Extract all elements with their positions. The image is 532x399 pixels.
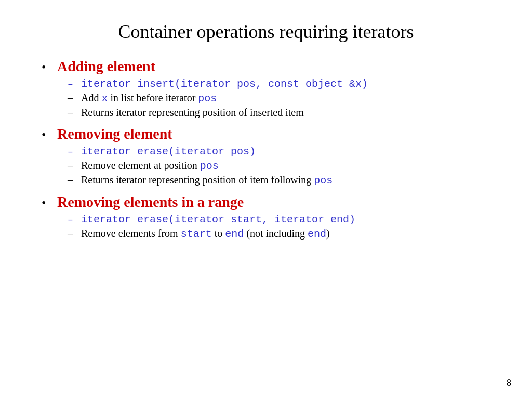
code-insert: – iterator insert(iterator pos, const ob…	[68, 78, 501, 90]
code-erase: – iterator erase(iterator pos)	[68, 145, 501, 157]
code-start: start	[181, 228, 212, 240]
code-end-2: end	[308, 228, 326, 240]
bullet-removing-range-header: • Removing elements in a range	[42, 194, 501, 210]
bullet-label-range: Removing elements in a range	[57, 194, 244, 210]
code-pos-3: pos	[314, 175, 332, 187]
sub-dash-5: –	[68, 228, 77, 240]
sub-items-adding: – Add x in list before iterator pos – Re…	[68, 92, 501, 118]
sub-item-remove-pos: – Remove element at position pos	[68, 159, 501, 172]
remove-text-1: Remove element at position pos	[81, 159, 219, 172]
sub-dash-2: –	[68, 107, 77, 118]
bullet-label-removing: Removing element	[57, 126, 172, 142]
content-area: • Adding element – iterator insert(itera…	[31, 58, 501, 240]
bullet-adding: • Adding element – iterator insert(itera…	[42, 58, 501, 118]
code-pos-1: pos	[198, 92, 217, 104]
range-text: Remove elements from start to end (not i…	[81, 228, 330, 240]
code-insert-text: iterator insert(iterator pos, const obje…	[81, 78, 368, 90]
code-dash-1: –	[68, 79, 77, 89]
sub-dash-4: –	[68, 174, 77, 186]
returns-text-1: Returns iterator representing position o…	[81, 107, 304, 118]
bullet-removing-range: • Removing elements in a range – iterato…	[42, 194, 501, 240]
code-erase-range: – iterator erase(iterator start, iterato…	[68, 214, 501, 225]
returns-text-2: Returns iterator representing position o…	[81, 174, 332, 187]
sub-items-range: – Remove elements from start to end (not…	[68, 228, 501, 240]
bullet-label-adding: Adding element	[57, 58, 155, 75]
sub-item-returns-1: – Returns iterator representing position…	[68, 107, 501, 118]
slide-title: Container operations requiring iterators	[31, 21, 501, 43]
bullet-dot-removing: •	[42, 128, 52, 142]
add-text-1: Add x in list before iterator pos	[81, 92, 217, 104]
sub-item-returns-2: – Returns iterator representing position…	[68, 174, 501, 187]
code-dash-2: –	[68, 147, 77, 157]
code-pos-2: pos	[200, 160, 219, 172]
page-number: 8	[507, 378, 511, 389]
code-dash-3: –	[68, 215, 77, 225]
sub-item-remove-range: – Remove elements from start to end (not…	[68, 228, 501, 240]
bullet-removing-header: • Removing element	[42, 126, 501, 142]
bullet-removing: • Removing element – iterator erase(iter…	[42, 126, 501, 187]
code-erase-range-text: iterator erase(iterator start, iterator …	[81, 214, 355, 225]
bullet-adding-header: • Adding element	[42, 58, 501, 75]
bullet-dot-adding: •	[42, 60, 52, 74]
slide: Container operations requiring iterators…	[0, 0, 532, 399]
sub-dash-3: –	[68, 159, 77, 171]
sub-items-removing: – Remove element at position pos – Retur…	[68, 159, 501, 187]
bullet-dot-range: •	[42, 196, 52, 210]
sub-item-add-x: – Add x in list before iterator pos	[68, 92, 501, 104]
code-end-1: end	[225, 228, 244, 240]
sub-dash-1: –	[68, 92, 77, 104]
code-erase-text: iterator erase(iterator pos)	[81, 145, 256, 157]
code-x: x	[101, 92, 108, 104]
